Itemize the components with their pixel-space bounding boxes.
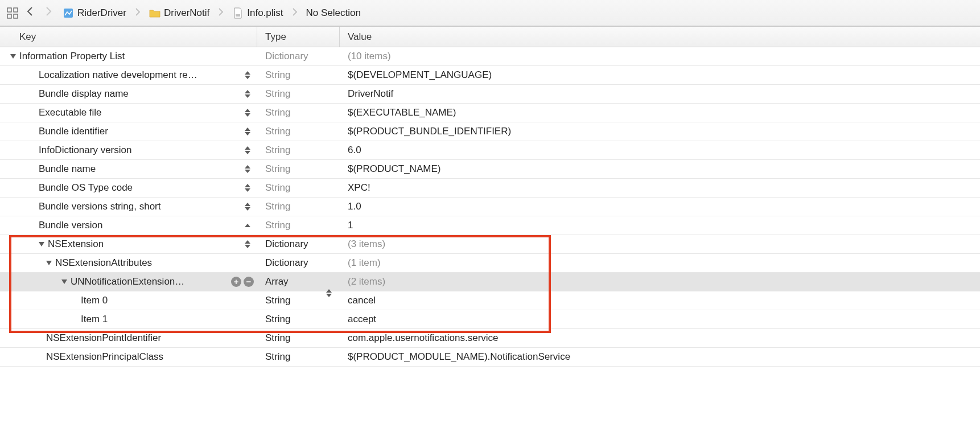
type-cell[interactable]: String — [257, 182, 340, 194]
key-cell[interactable]: Item 0 — [0, 291, 257, 310]
plist-row[interactable]: Information Property ListDictionary(10 i… — [0, 47, 980, 66]
type-cell[interactable]: String — [257, 69, 340, 81]
plist-file-icon — [232, 7, 244, 19]
plist-row[interactable]: NSExtensionPrincipalClassString$(PRODUCT… — [0, 348, 980, 367]
value-cell[interactable]: (1 item) — [340, 257, 980, 269]
plist-row[interactable]: Item 1Stringaccept — [0, 310, 980, 329]
key-cell[interactable]: NSExtensionPrincipalClass — [0, 348, 257, 366]
value-cell[interactable]: DriverNotif — [340, 88, 980, 100]
disclosure-triangle-icon[interactable] — [10, 54, 16, 59]
value-cell[interactable]: (3 items) — [340, 239, 980, 250]
plist-row[interactable]: Item 0Stringcancel — [0, 291, 980, 310]
value-cell[interactable]: 1 — [340, 220, 980, 231]
plist-row[interactable]: Bundle OS Type codeStringXPC! — [0, 179, 980, 198]
key-label: Bundle name — [39, 163, 96, 175]
plist-row[interactable]: Bundle identifierString$(PRODUCT_BUNDLE_… — [0, 122, 980, 141]
value-cell[interactable]: cancel — [340, 295, 980, 306]
type-cell[interactable]: Dictionary — [257, 239, 340, 250]
key-cell[interactable]: Bundle name — [0, 160, 257, 178]
header-value[interactable]: Value — [340, 27, 980, 47]
key-popup-stepper[interactable] — [245, 88, 253, 100]
type-cell[interactable]: String — [257, 88, 340, 100]
value-cell[interactable]: com.apple.usernotifications.service — [340, 332, 980, 344]
type-cell[interactable]: Dictionary — [257, 51, 340, 62]
key-cell[interactable]: NSExtensionAttributes — [0, 254, 257, 272]
type-cell[interactable]: String — [257, 163, 340, 175]
key-popup-stepper[interactable] — [245, 182, 253, 194]
value-cell[interactable]: (2 items) — [340, 276, 980, 287]
type-cell[interactable]: String — [257, 314, 340, 325]
key-cell[interactable]: Bundle display name — [0, 85, 257, 103]
nav-forward-button[interactable] — [42, 6, 55, 19]
type-cell[interactable]: Dictionary — [257, 257, 340, 269]
key-popup-stepper[interactable] — [245, 163, 253, 175]
disclosure-triangle-icon[interactable] — [46, 261, 52, 265]
remove-row-button[interactable]: − — [244, 277, 254, 287]
header-key[interactable]: Key — [0, 27, 257, 47]
plist-row[interactable]: NSExtensionPointIdentifierStringcom.appl… — [0, 329, 980, 348]
value-cell[interactable]: $(DEVELOPMENT_LANGUAGE) — [340, 69, 980, 81]
nav-back-button[interactable] — [24, 6, 36, 19]
key-cell[interactable]: Item 1 — [0, 310, 257, 328]
key-cell[interactable]: InfoDictionary version — [0, 141, 257, 159]
plist-row[interactable]: InfoDictionary versionString6.0 — [0, 141, 980, 160]
key-cell[interactable]: Bundle OS Type code — [0, 179, 257, 197]
value-cell[interactable]: 1.0 — [340, 201, 980, 212]
type-cell[interactable]: String — [257, 145, 340, 156]
crumb-file[interactable]: Info.plist — [230, 7, 285, 19]
key-popup-stepper[interactable] — [245, 69, 253, 81]
key-cell[interactable]: Bundle version — [0, 216, 257, 235]
type-cell[interactable]: String — [257, 107, 340, 118]
type-cell[interactable]: String — [257, 351, 340, 363]
key-cell[interactable]: NSExtensionPointIdentifier — [0, 329, 257, 347]
key-label: UNNotificationExtension… — [71, 276, 184, 287]
type-cell[interactable]: String — [257, 220, 340, 231]
key-popup-stepper[interactable] — [245, 201, 253, 212]
plist-row[interactable]: UNNotificationExtension…+−Array(2 items) — [0, 273, 980, 291]
related-items-icon[interactable] — [7, 7, 18, 19]
key-popup-stepper[interactable] — [245, 145, 253, 156]
plist-row[interactable]: Bundle nameString$(PRODUCT_NAME) — [0, 160, 980, 179]
key-cell[interactable]: NSExtension — [0, 235, 257, 253]
plist-row[interactable]: Localization native development re…Strin… — [0, 66, 980, 85]
type-label: String — [265, 220, 290, 231]
plist-row[interactable]: Bundle versionString1 — [0, 216, 980, 235]
type-cell[interactable]: String — [257, 295, 340, 306]
value-cell[interactable]: 6.0 — [340, 145, 980, 156]
plist-row[interactable]: NSExtensionAttributesDictionary(1 item) — [0, 254, 980, 273]
add-row-button[interactable]: + — [231, 277, 241, 287]
key-cell[interactable]: UNNotificationExtension…+− — [0, 273, 257, 291]
key-cell[interactable]: Localization native development re… — [0, 66, 257, 84]
crumb-folder[interactable]: DriverNotif — [147, 7, 212, 19]
type-cell[interactable]: String — [257, 201, 340, 212]
key-label: Executable file — [39, 107, 102, 118]
value-cell[interactable]: $(PRODUCT_NAME) — [340, 163, 980, 175]
key-cell[interactable]: Bundle versions string, short — [0, 198, 257, 216]
key-popup-stepper[interactable] — [245, 126, 253, 137]
type-label: Dictionary — [265, 257, 308, 268]
type-cell[interactable]: String — [257, 332, 340, 344]
plist-row[interactable]: Bundle versions string, shortString1.0 — [0, 198, 980, 216]
key-popup-stepper[interactable] — [245, 239, 253, 250]
plist-row[interactable]: Executable fileString$(EXECUTABLE_NAME) — [0, 104, 980, 122]
key-cell[interactable]: Bundle identifier — [0, 122, 257, 141]
key-popup-stepper[interactable] — [245, 107, 253, 118]
key-cell[interactable]: Executable file — [0, 104, 257, 122]
value-cell[interactable]: (10 items) — [340, 51, 980, 62]
plist-row[interactable]: NSExtensionDictionary(3 items) — [0, 235, 980, 254]
value-cell[interactable]: $(PRODUCT_BUNDLE_IDENTIFIER) — [340, 126, 980, 137]
plist-row[interactable]: Bundle display nameStringDriverNotif — [0, 85, 980, 104]
type-cell[interactable]: String — [257, 126, 340, 137]
value-cell[interactable]: $(EXECUTABLE_NAME) — [340, 107, 980, 118]
value-cell[interactable]: XPC! — [340, 182, 980, 194]
value-cell[interactable]: $(PRODUCT_MODULE_NAME).NotificationServi… — [340, 351, 980, 363]
value-cell[interactable]: accept — [340, 314, 980, 325]
disclosure-triangle-icon[interactable] — [61, 279, 67, 284]
crumb-project[interactable]: RiderDriver — [60, 7, 129, 19]
key-popup-stepper[interactable] — [245, 220, 253, 231]
key-cell[interactable]: Information Property List — [0, 47, 257, 65]
disclosure-triangle-icon[interactable] — [39, 242, 44, 246]
crumb-selection[interactable]: No Selection — [304, 7, 363, 19]
type-cell[interactable]: Array — [257, 276, 340, 287]
header-type[interactable]: Type — [257, 27, 340, 47]
